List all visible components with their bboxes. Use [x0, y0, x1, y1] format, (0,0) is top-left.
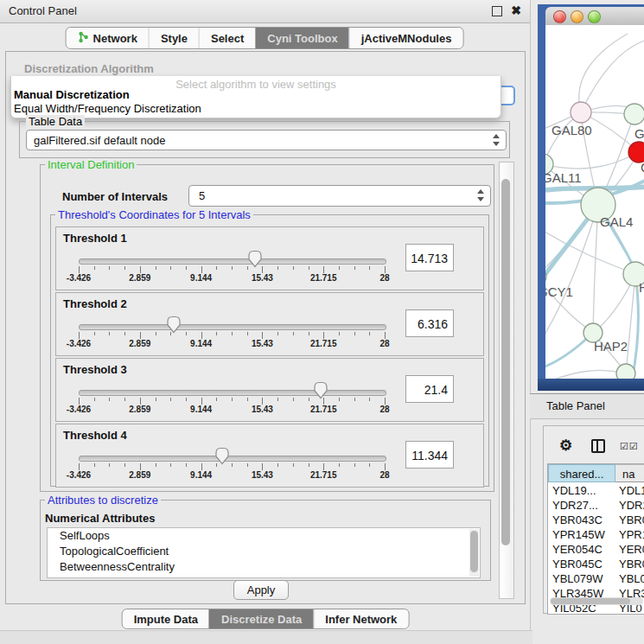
tab-style[interactable]: Style [149, 28, 199, 48]
network-edge-thick[interactable] [632, 274, 638, 380]
network-node[interactable] [571, 102, 591, 123]
table-row[interactable]: YBR043CYBR0 [548, 513, 644, 527]
slider-tick-labels: -3.4262.8599.14415.4321.71528 [79, 470, 385, 481]
close-icon[interactable]: ✖ [511, 3, 521, 17]
tab-select[interactable]: Select [199, 28, 255, 48]
threshold-value-field[interactable]: 21.4 [405, 375, 454, 403]
tab-jactivemnodules[interactable]: jActiveMNodules [349, 28, 463, 48]
threshold-coordinates-group-label: Threshold's Coordinates for 5 Intervals [55, 208, 253, 221]
tab-impute-data[interactable]: Impute Data [123, 609, 209, 628]
cell-name: YDR2 [619, 498, 644, 513]
screenshot-root: Control Panel ✖ NetworkStyleSelectCyni T… [0, 0, 644, 644]
hscroll-thumb[interactable] [551, 598, 630, 604]
slider-handle[interactable] [313, 381, 328, 399]
network-node[interactable] [624, 104, 644, 124]
cell-name: YBL0 [619, 571, 644, 586]
zoom-button-mac[interactable] [588, 10, 601, 23]
threshold-value-field[interactable]: 14.713 [405, 244, 454, 271]
tab-label: Network [93, 32, 137, 45]
table-data-group-label: Table Data [26, 115, 85, 128]
float-window-icon[interactable] [492, 6, 502, 16]
table-row[interactable]: YBL079WYBL0 [548, 571, 644, 586]
tab-label: Select [211, 32, 244, 45]
cell-name: YPR1 [619, 527, 644, 542]
algorithm-dropdown-popup: Select algorithm to view settings Manual… [10, 76, 501, 118]
tab-label: Infer Network [325, 613, 397, 626]
network-edge[interactable] [545, 224, 635, 274]
threshold-value-field[interactable]: 6.316 [405, 309, 454, 337]
network-edge[interactable] [581, 38, 644, 112]
table-row[interactable]: YDR27...YDR2 [548, 498, 644, 513]
tab-discretize-data[interactable]: Discretize Data [209, 609, 313, 628]
network-edge[interactable] [626, 274, 635, 373]
slider-handle[interactable] [214, 447, 230, 465]
table-horizontal-scrollbar[interactable] [550, 597, 643, 605]
cell-name: YBR0 [619, 557, 644, 571]
interval-definition-group-label: Interval Definition [45, 158, 137, 171]
menu-item-equal-width-frequency[interactable]: Equal Width/Frequency Discretization [14, 102, 201, 115]
tab-infer-network[interactable]: Infer Network [313, 609, 408, 628]
slider-ticks [79, 266, 385, 273]
slider-track[interactable] [79, 258, 386, 265]
slider-tick-labels: -3.4262.8599.14415.4321.71528 [79, 273, 385, 284]
network-window-bottom-frame [538, 379, 644, 391]
menu-item-manual-discretization[interactable]: Manual Discretization [14, 88, 130, 101]
node-label-hap2: HAP2 [594, 339, 628, 354]
network-canvas[interactable]: GAL80GACGAL11GAL4GCY1HHAP2 [545, 25, 644, 380]
slider-track[interactable] [79, 390, 386, 396]
cell-name: YER0 [619, 542, 644, 557]
node-attribute-table[interactable]: shared... na YDL19...YDL1YDR27...YDR2YBR… [547, 463, 644, 615]
network-window-titlebar[interactable] [545, 7, 644, 26]
node-label-h: H [639, 280, 644, 295]
node-label-gal4: GAL4 [600, 214, 633, 229]
slider-handle[interactable] [247, 250, 263, 268]
cell-name: YDL1 [619, 483, 644, 498]
tab-network[interactable]: Network [67, 28, 149, 48]
column-layout-icon[interactable] [591, 439, 605, 453]
scrollbar-thumb[interactable] [501, 179, 510, 545]
column-header-shared[interactable]: shared... [548, 464, 615, 482]
node-label-gal11: GAL11 [545, 170, 582, 185]
table-row[interactable]: YER054CYER0 [548, 542, 644, 557]
number-of-intervals-label: Number of Intervals [62, 190, 168, 203]
spinner-arrows-icon [476, 188, 484, 202]
tab-cyni-toolbox[interactable]: Cyni Toolbox [255, 28, 348, 48]
cell-shared-name: YPR145W [552, 527, 605, 542]
apply-button[interactable]: Apply [233, 580, 289, 600]
slider-track[interactable] [79, 456, 386, 462]
numerical-attributes-list[interactable]: SelfLoopsTopologicalCoefficientBetweenne… [47, 527, 481, 578]
attributes-group-label: Attributes to discretize [45, 494, 161, 507]
attribute-item[interactable]: TopologicalCoefficient [48, 544, 480, 559]
settings-scrollbar[interactable] [499, 162, 514, 599]
table-row[interactable]: YBR045CYBR0 [548, 557, 644, 571]
network-edge[interactable] [545, 152, 639, 169]
table-row[interactable]: YPR145WYPR1 [548, 527, 644, 542]
threshold-value-field[interactable]: 11.344 [405, 441, 454, 469]
table-row[interactable]: YDL19...YDL1 [548, 483, 644, 498]
table-panel-header: Table Panel [530, 393, 644, 419]
slider-handle[interactable] [166, 316, 182, 334]
slider-track[interactable] [79, 324, 386, 330]
threshold-label: Threshold 3 [63, 363, 127, 376]
attribute-item[interactable]: BetweennessCentrality [48, 559, 480, 575]
threshold-label: Threshold 4 [63, 429, 127, 442]
table-panel-title: Table Panel [546, 399, 605, 412]
threshold-panel-3: Threshold 3-3.4262.8599.14415.4321.71528… [55, 358, 484, 422]
table-data-combobox[interactable]: galFiltered.sif default node [26, 130, 507, 150]
minimize-button-mac[interactable] [571, 10, 583, 23]
list-scrollbar-thumb[interactable] [470, 531, 478, 572]
close-button-mac[interactable] [553, 10, 566, 23]
attribute-item[interactable]: SelfLoops [48, 528, 480, 544]
list-scrollbar[interactable] [469, 529, 479, 577]
gear-icon[interactable]: ⚙ [559, 437, 572, 455]
network-edge[interactable] [593, 205, 598, 333]
checkbox-icons[interactable]: ☑☑ [620, 441, 639, 452]
tab-label: Impute Data [134, 613, 198, 626]
number-of-intervals-spinner[interactable]: 5 [188, 185, 491, 207]
number-of-intervals-value: 5 [199, 189, 205, 202]
threshold-panel-4: Threshold 4-3.4262.8599.14415.4321.71528… [55, 424, 484, 488]
node-label-gal80: GAL80 [552, 123, 592, 137]
threshold-label: Threshold 2 [63, 297, 127, 310]
column-header-name[interactable]: na [615, 464, 644, 482]
network-icon [78, 31, 89, 46]
